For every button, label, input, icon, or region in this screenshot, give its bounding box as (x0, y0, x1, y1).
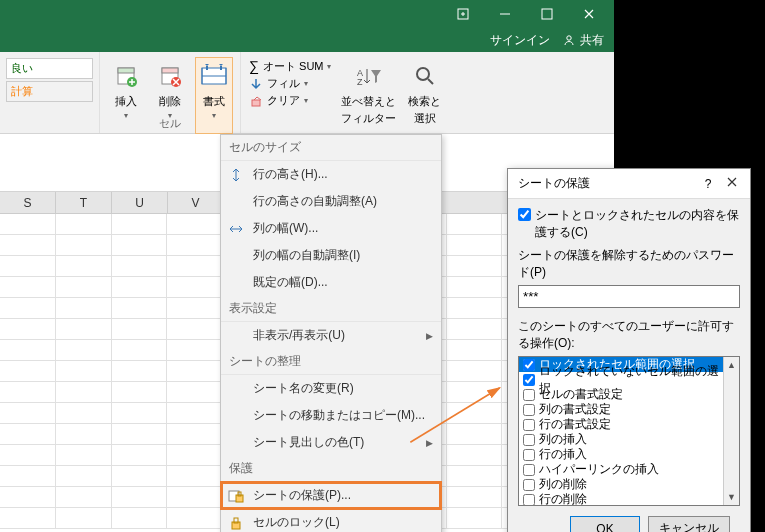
cell[interactable] (112, 319, 168, 339)
cell[interactable] (167, 424, 223, 444)
permission-checkbox[interactable] (523, 434, 535, 446)
permission-checkbox[interactable] (523, 404, 535, 416)
cell[interactable] (0, 424, 56, 444)
cell[interactable] (0, 361, 56, 381)
permission-item[interactable]: 行の書式設定 (519, 417, 723, 432)
permission-item[interactable]: 行の挿入 (519, 447, 723, 462)
cell[interactable] (447, 319, 503, 339)
cell[interactable] (112, 214, 168, 234)
menu-lock-cell[interactable]: セルのロック(L) (221, 509, 441, 532)
cell[interactable] (167, 214, 223, 234)
cell[interactable] (56, 319, 112, 339)
cell[interactable] (112, 508, 168, 528)
cell[interactable] (0, 445, 56, 465)
cell[interactable] (0, 298, 56, 318)
cell[interactable] (56, 256, 112, 276)
cell[interactable] (112, 424, 168, 444)
cell[interactable] (167, 298, 223, 318)
cell[interactable] (112, 466, 168, 486)
cell[interactable] (112, 256, 168, 276)
permission-checkbox[interactable] (523, 374, 535, 386)
cell[interactable] (56, 424, 112, 444)
cell[interactable] (167, 235, 223, 255)
permission-item[interactable]: ハイパーリンクの挿入 (519, 462, 723, 477)
cell[interactable] (0, 340, 56, 360)
permission-checkbox[interactable] (523, 479, 535, 491)
cell[interactable] (167, 508, 223, 528)
sort-filter-button[interactable]: AZ 並べ替えと フィルター (339, 58, 398, 133)
cell[interactable] (0, 235, 56, 255)
cell[interactable] (56, 214, 112, 234)
cell[interactable] (56, 298, 112, 318)
permission-item[interactable]: 列の書式設定 (519, 402, 723, 417)
clear-button[interactable]: クリア ▾ (249, 93, 331, 108)
cell[interactable] (0, 508, 56, 528)
cell[interactable] (112, 298, 168, 318)
ok-button[interactable]: OK (570, 516, 640, 532)
menu-move-copy[interactable]: シートの移動またはコピー(M)... (221, 402, 441, 429)
cell[interactable] (167, 319, 223, 339)
cell[interactable] (56, 340, 112, 360)
cell[interactable] (447, 445, 503, 465)
permission-checkbox[interactable] (523, 494, 535, 506)
signin-link[interactable]: サインイン (490, 32, 550, 49)
cell[interactable] (0, 214, 56, 234)
cell[interactable] (112, 445, 168, 465)
column-header[interactable]: V (168, 192, 224, 213)
permission-item[interactable]: 行の削除 (519, 492, 723, 506)
cell[interactable] (167, 466, 223, 486)
cell[interactable] (447, 382, 503, 402)
cell[interactable] (167, 445, 223, 465)
permissions-list[interactable]: ロックされたセル範囲の選択ロックされていないセル範囲の選択セルの書式設定列の書式… (518, 356, 740, 506)
scroll-down[interactable]: ▼ (724, 489, 739, 505)
cell[interactable] (447, 403, 503, 423)
permission-checkbox[interactable] (523, 464, 535, 476)
cell[interactable] (167, 340, 223, 360)
cell[interactable] (447, 424, 503, 444)
dialog-help-button[interactable]: ? (696, 177, 720, 191)
cell[interactable] (112, 487, 168, 507)
minimize-button[interactable] (484, 0, 526, 28)
cell[interactable] (447, 256, 503, 276)
cell[interactable] (0, 466, 56, 486)
find-select-button[interactable]: 検索と 選択 (406, 58, 443, 133)
cell[interactable] (112, 340, 168, 360)
close-button[interactable] (568, 0, 610, 28)
cell[interactable] (112, 403, 168, 423)
cell[interactable] (447, 298, 503, 318)
cell[interactable] (56, 277, 112, 297)
permission-item[interactable]: 列の挿入 (519, 432, 723, 447)
protect-contents-checkbox[interactable] (518, 208, 531, 221)
column-header[interactable]: T (56, 192, 112, 213)
ribbon-display-options[interactable] (442, 0, 484, 28)
menu-row-height[interactable]: 行の高さ(H)... (221, 161, 441, 188)
column-header[interactable]: S (0, 192, 56, 213)
password-input[interactable] (518, 285, 740, 308)
permission-item[interactable]: 列の削除 (519, 477, 723, 492)
cell[interactable] (56, 445, 112, 465)
cell[interactable] (0, 277, 56, 297)
permission-checkbox[interactable] (523, 389, 535, 401)
cell[interactable] (447, 277, 503, 297)
cell[interactable] (447, 466, 503, 486)
cell[interactable] (167, 487, 223, 507)
style-good[interactable]: 良い (6, 58, 93, 79)
cell[interactable] (447, 361, 503, 381)
cell[interactable] (56, 487, 112, 507)
dialog-close-button[interactable] (720, 176, 744, 191)
cell[interactable] (167, 403, 223, 423)
cell[interactable] (56, 361, 112, 381)
permission-checkbox[interactable] (523, 419, 535, 431)
cell[interactable] (112, 235, 168, 255)
permission-item[interactable]: ロックされていないセル範囲の選択 (519, 372, 723, 387)
menu-col-width[interactable]: 列の幅(W)... (221, 215, 441, 242)
menu-protect-sheet[interactable]: シートの保護(P)... (221, 482, 441, 509)
scrollbar[interactable]: ▲ ▼ (723, 357, 739, 505)
maximize-button[interactable] (526, 0, 568, 28)
menu-rename-sheet[interactable]: シート名の変更(R) (221, 375, 441, 402)
menu-autofit-col[interactable]: 列の幅の自動調整(I) (221, 242, 441, 269)
cell[interactable] (56, 508, 112, 528)
cell[interactable] (56, 235, 112, 255)
cell[interactable] (56, 466, 112, 486)
cell[interactable] (447, 235, 503, 255)
